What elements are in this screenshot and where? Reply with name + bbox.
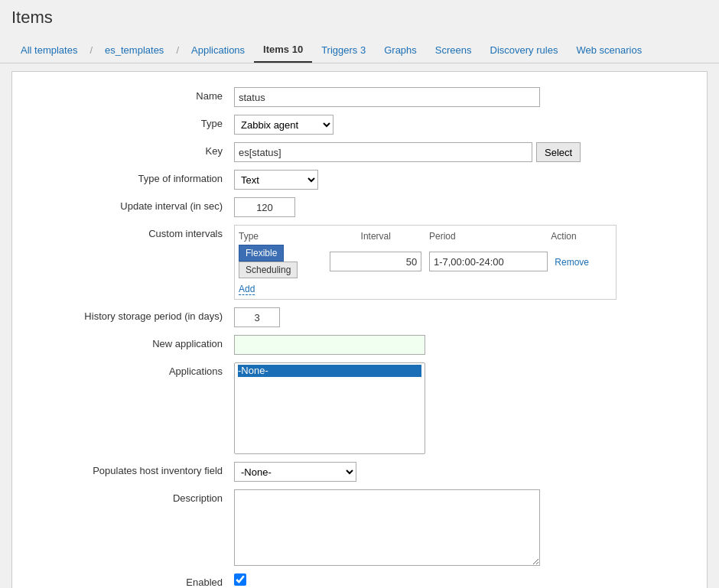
- enabled-checkbox[interactable]: [234, 573, 246, 586]
- enabled-row: Enabled: [12, 570, 707, 588]
- sep2: /: [176, 44, 179, 56]
- key-label: Key: [20, 142, 234, 157]
- ci-row-1: FlexibleScheduling Remove: [239, 245, 612, 278]
- btn-flexible[interactable]: Flexible: [239, 245, 284, 262]
- type-select[interactable]: Zabbix agent Zabbix agent (active) Simpl…: [234, 115, 333, 135]
- btn-scheduling[interactable]: Scheduling: [239, 262, 298, 278]
- ci-action-cell: Remove: [551, 256, 612, 268]
- ci-header-action: Action: [551, 231, 612, 242]
- inventory-select[interactable]: -None-: [234, 462, 356, 482]
- enabled-label: Enabled: [20, 573, 234, 588]
- ci-header-period: Period: [429, 231, 551, 242]
- name-field: [234, 87, 699, 107]
- tab-screens[interactable]: Screens: [426, 38, 481, 62]
- ci-interval-cell: [323, 252, 429, 271]
- key-row: Key Select: [12, 138, 707, 166]
- ci-header: Type Interval Period Action: [239, 229, 612, 245]
- description-field: [234, 489, 699, 566]
- update-interval-row: Update interval (in sec): [12, 193, 707, 221]
- info-type-row: Type of information Text Numeric (unsign…: [12, 166, 707, 193]
- ci-add-row: Add: [239, 281, 612, 295]
- tab-all-templates[interactable]: All templates: [11, 38, 86, 62]
- tab-discovery-rules[interactable]: Discovery rules: [481, 38, 568, 62]
- tab-triggers[interactable]: Triggers 3: [312, 38, 375, 62]
- new-app-label: New application: [20, 335, 234, 349]
- tab-graphs[interactable]: Graphs: [375, 38, 426, 62]
- description-label: Description: [20, 489, 234, 504]
- name-input[interactable]: [234, 87, 540, 107]
- ci-add-link[interactable]: Add: [239, 284, 255, 295]
- name-row: Name: [12, 83, 707, 111]
- form-container: Name Type Zabbix agent Zabbix agent (act…: [11, 71, 708, 588]
- applications-label: Applications: [20, 362, 234, 377]
- info-type-select[interactable]: Text Numeric (unsigned) Numeric (float) …: [234, 170, 318, 190]
- info-type-label: Type of information: [20, 170, 234, 184]
- update-interval-field: [234, 197, 699, 217]
- ci-interval-input[interactable]: [330, 252, 421, 271]
- type-label: Type: [20, 115, 234, 129]
- enabled-field: [234, 573, 699, 586]
- ci-header-interval: Interval: [323, 231, 429, 242]
- page-title: Items: [11, 8, 708, 28]
- history-label: History storage period (in days): [20, 307, 234, 322]
- tab-applications[interactable]: Applications: [182, 38, 254, 62]
- key-input[interactable]: [234, 142, 532, 162]
- tab-items[interactable]: Items 10: [254, 37, 312, 63]
- ci-period-input[interactable]: [429, 252, 548, 271]
- applications-row: Applications -None-: [12, 359, 707, 458]
- history-input[interactable]: [234, 307, 280, 327]
- inventory-row: Populates host inventory field -None-: [12, 458, 707, 486]
- type-row: Type Zabbix agent Zabbix agent (active) …: [12, 111, 707, 138]
- description-row: Description: [12, 486, 707, 570]
- new-app-field: [234, 335, 699, 355]
- tab-web-scenarios[interactable]: Web scenarios: [567, 38, 651, 62]
- info-type-field: Text Numeric (unsigned) Numeric (float) …: [234, 170, 699, 190]
- nav-tabs: All templates / es_templates / Applicati…: [0, 37, 719, 63]
- update-interval-label: Update interval (in sec): [20, 197, 234, 212]
- applications-select[interactable]: -None-: [234, 362, 425, 454]
- select-button[interactable]: Select: [536, 142, 581, 162]
- new-app-row: New application: [12, 331, 707, 359]
- custom-intervals-wrapper: Type Interval Period Action FlexibleSche…: [234, 225, 617, 300]
- ci-type-buttons: FlexibleScheduling: [239, 245, 323, 278]
- sep1: /: [89, 44, 93, 56]
- history-field: [234, 307, 699, 327]
- inventory-label: Populates host inventory field: [20, 462, 234, 476]
- key-field: Select: [234, 142, 699, 162]
- ci-header-type: Type: [239, 231, 323, 242]
- custom-intervals-field: Type Interval Period Action FlexibleSche…: [234, 225, 699, 300]
- description-textarea[interactable]: [234, 489, 540, 566]
- custom-intervals-label: Custom intervals: [20, 225, 234, 239]
- history-row: History storage period (in days): [12, 304, 707, 331]
- update-interval-input[interactable]: [234, 197, 295, 217]
- custom-intervals-row: Custom intervals Type Interval Period Ac…: [12, 221, 707, 304]
- type-field: Zabbix agent Zabbix agent (active) Simpl…: [234, 115, 699, 135]
- inventory-field: -None-: [234, 462, 699, 482]
- ci-period-cell: [429, 252, 551, 271]
- page-header: Items All templates / es_templates / App…: [0, 0, 719, 63]
- new-app-input[interactable]: [234, 335, 425, 355]
- ci-remove-button[interactable]: Remove: [551, 257, 593, 268]
- tab-es-templates[interactable]: es_templates: [96, 38, 173, 62]
- name-label: Name: [20, 87, 234, 102]
- applications-field: -None-: [234, 362, 699, 454]
